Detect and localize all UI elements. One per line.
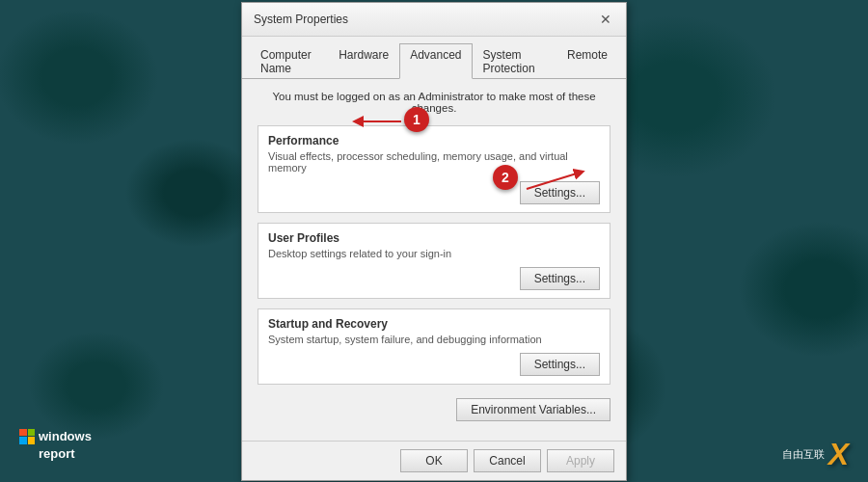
performance-section: Performance Visual effects, processor sc… [258, 125, 610, 213]
startup-recovery-section: Startup and Recovery System startup, sys… [258, 308, 610, 385]
footer-buttons: OK Cancel Apply [400, 449, 614, 472]
dialog-footer: OK Cancel Apply [242, 441, 626, 480]
startup-recovery-desc: System startup, system failure, and debu… [268, 334, 600, 345]
dialog-title: System Properties [254, 13, 348, 26]
dialog-content: You must be logged on as an Administrato… [242, 79, 626, 441]
system-properties-dialog: System Properties ✕ Computer Name Hardwa… [241, 2, 627, 481]
tab-computer-name[interactable]: Computer Name [250, 43, 328, 79]
watermark-site: 自由互联 [782, 447, 825, 462]
close-button[interactable]: ✕ [597, 11, 614, 28]
env-btn-row: Environment Variables... [258, 394, 610, 429]
cancel-button[interactable]: Cancel [474, 449, 541, 472]
performance-title: Performance [268, 134, 600, 147]
user-profiles-title: User Profiles [268, 231, 600, 245]
info-text: You must be logged on as an Administrato… [258, 91, 610, 114]
environment-variables-button[interactable]: Environment Variables... [456, 398, 610, 421]
tabs-container: Computer Name Hardware Advanced System P… [242, 37, 626, 79]
apply-button[interactable]: Apply [547, 449, 614, 472]
watermark-x-icon: X [828, 437, 849, 472]
startup-recovery-title: Startup and Recovery [268, 317, 600, 331]
tab-system-protection[interactable]: System Protection [473, 43, 556, 79]
watermark-windows: windows report [19, 428, 92, 463]
tab-advanced[interactable]: Advanced [399, 43, 472, 79]
user-profiles-settings-button[interactable]: Settings... [520, 267, 600, 290]
ok-button[interactable]: OK [400, 449, 468, 472]
user-profiles-desc: Desktop settings related to your sign-in [268, 248, 600, 259]
tab-remote[interactable]: Remote [556, 43, 618, 79]
performance-desc: Visual effects, processor scheduling, me… [268, 150, 600, 174]
dialog-titlebar: System Properties ✕ [242, 3, 626, 37]
watermark-line2: report [19, 445, 92, 463]
performance-settings-button[interactable]: Settings... [520, 181, 600, 204]
user-profiles-section: User Profiles Desktop settings related t… [258, 223, 610, 299]
startup-recovery-settings-button[interactable]: Settings... [520, 353, 600, 376]
tab-hardware[interactable]: Hardware [328, 43, 399, 79]
watermark-line1: windows [39, 428, 92, 445]
